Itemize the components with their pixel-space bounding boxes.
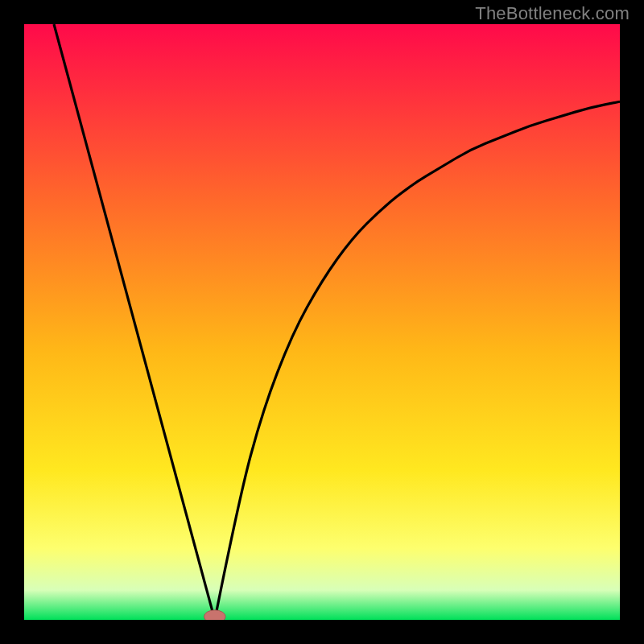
gradient-background bbox=[24, 24, 620, 620]
watermark-text: TheBottleneck.com bbox=[475, 3, 630, 24]
chart-frame: TheBottleneck.com bbox=[0, 0, 644, 644]
chart-svg bbox=[24, 24, 620, 620]
minimum-marker bbox=[204, 610, 225, 620]
chart-plot-area bbox=[24, 24, 620, 620]
